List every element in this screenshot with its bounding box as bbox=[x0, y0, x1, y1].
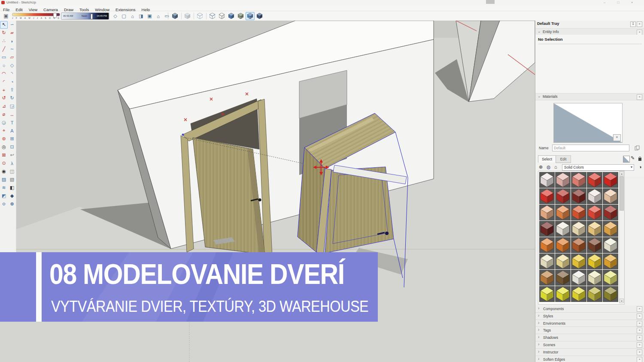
tray-section-tags[interactable]: ›Tags× bbox=[535, 327, 644, 334]
make-component-tool[interactable]: ↻ bbox=[0, 29, 8, 37]
close-icon[interactable]: × bbox=[637, 94, 642, 100]
color-swatch[interactable] bbox=[555, 188, 571, 204]
chevron-right-icon[interactable]: › bbox=[538, 320, 539, 325]
paint-material-tool[interactable]: ◧ bbox=[8, 184, 16, 192]
color-swatch[interactable] bbox=[587, 253, 602, 269]
follow-me-tool[interactable]: ↻ bbox=[8, 94, 16, 102]
chevron-down-icon[interactable]: ⌄ bbox=[538, 94, 541, 98]
color-swatch[interactable] bbox=[555, 172, 571, 188]
position-camera-tool[interactable]: ⊙ bbox=[0, 160, 8, 167]
color-swatch[interactable] bbox=[603, 172, 618, 188]
pan-tool[interactable]: ⊞ bbox=[8, 135, 16, 143]
tray-section-scenes[interactable]: ›Scenes× bbox=[535, 341, 644, 349]
details-pane-icon[interactable]: ◑ bbox=[639, 164, 642, 169]
top-view-icon[interactable]: ▢ bbox=[120, 12, 128, 20]
monochrome-icon[interactable] bbox=[255, 12, 264, 20]
three-d-text-tool[interactable]: A bbox=[8, 127, 16, 135]
color-swatch[interactable] bbox=[571, 172, 586, 188]
close-icon[interactable]: × bbox=[637, 314, 642, 319]
color-swatch[interactable] bbox=[571, 205, 586, 220]
dimension-tool[interactable]: ↔ bbox=[8, 111, 16, 118]
display-shadows-icon[interactable] bbox=[170, 12, 179, 20]
color-swatch[interactable] bbox=[555, 253, 571, 269]
pie-tool[interactable]: ◔ bbox=[8, 78, 16, 86]
color-swatch[interactable] bbox=[539, 172, 555, 188]
previous-view-tool[interactable]: ↩ bbox=[8, 151, 16, 159]
color-swatch[interactable] bbox=[555, 205, 571, 220]
pin-icon[interactable]: ↧ bbox=[630, 21, 636, 27]
front-view-icon[interactable]: ⌂ bbox=[128, 12, 137, 20]
polygon-tool[interactable]: ◇ bbox=[8, 62, 16, 69]
orbit-tool[interactable]: ⊚ bbox=[0, 135, 8, 143]
color-swatch[interactable] bbox=[587, 221, 602, 237]
three-point-arc-tool[interactable]: ◜ bbox=[0, 78, 8, 86]
paint-bucket-tool[interactable]: ◗ bbox=[8, 37, 16, 45]
tab-select[interactable]: Select bbox=[538, 155, 556, 163]
chevron-right-icon[interactable]: › bbox=[538, 335, 539, 339]
color-swatch[interactable] bbox=[603, 270, 618, 286]
generate-texture-button[interactable]: + bbox=[613, 134, 621, 141]
lasso-select-tool[interactable]: ∽ bbox=[8, 21, 16, 29]
layers-tool[interactable]: ≋ bbox=[0, 184, 8, 192]
sample-paint-icon[interactable]: ✎ bbox=[631, 155, 635, 161]
protractor-tool[interactable]: ◶ bbox=[0, 119, 8, 127]
warehouse-tool[interactable]: ≎ bbox=[0, 200, 8, 208]
date-slider-track[interactable] bbox=[12, 13, 60, 16]
rotated-rectangle-tool[interactable]: ▱ bbox=[8, 54, 16, 61]
tray-section-styles[interactable]: ›Styles× bbox=[535, 313, 644, 320]
chevron-right-icon[interactable]: › bbox=[538, 349, 539, 354]
color-swatch[interactable] bbox=[555, 221, 571, 237]
styles-tool[interactable]: ◆ bbox=[8, 192, 16, 200]
scale-tool[interactable]: ⊿ bbox=[0, 103, 8, 110]
two-point-arc-tool[interactable]: ◝ bbox=[8, 70, 16, 78]
color-swatch[interactable] bbox=[603, 253, 618, 269]
chevron-right-icon[interactable]: › bbox=[538, 313, 539, 318]
active-material-swatch[interactable] bbox=[623, 156, 630, 163]
copy-icon[interactable] bbox=[635, 145, 640, 151]
move-tool[interactable]: + bbox=[0, 86, 8, 94]
arc-tool[interactable]: ◠ bbox=[0, 70, 8, 78]
back-edges-mode-tool[interactable]: ▧ bbox=[8, 176, 16, 184]
close-icon[interactable]: × bbox=[637, 342, 642, 348]
components-tool[interactable]: ◩ bbox=[0, 192, 8, 200]
color-swatch[interactable] bbox=[539, 205, 555, 220]
hidden-line-icon[interactable] bbox=[217, 12, 226, 20]
close-icon[interactable]: × bbox=[637, 306, 642, 312]
look-around-tool[interactable]: ◉ bbox=[0, 168, 8, 175]
add-collection-icon[interactable]: ⊕ bbox=[539, 164, 543, 170]
chevron-right-icon[interactable]: › bbox=[538, 327, 539, 332]
color-swatch[interactable] bbox=[539, 253, 555, 269]
tape-measure-tool[interactable]: ⌀ bbox=[0, 111, 8, 118]
x-ray-mode-tool[interactable]: ▨ bbox=[0, 176, 8, 184]
close-icon[interactable]: × bbox=[637, 357, 642, 362]
scrollbar[interactable]: ▴ ▾ bbox=[619, 171, 624, 303]
color-swatch[interactable] bbox=[555, 270, 571, 286]
freehand-tool[interactable]: ∼ bbox=[8, 45, 16, 53]
color-swatch[interactable] bbox=[587, 172, 602, 188]
color-swatch[interactable] bbox=[571, 237, 586, 253]
minimize-button[interactable]: – bbox=[600, 0, 609, 5]
zoom-extents-tool[interactable]: ⊠ bbox=[0, 151, 8, 159]
x-ray-icon[interactable] bbox=[183, 12, 192, 20]
extension-tool[interactable]: ⊕ bbox=[8, 200, 16, 208]
tray-section-instructor[interactable]: ›Instructor× bbox=[535, 349, 644, 356]
zoom-tool[interactable]: ◎ bbox=[0, 143, 8, 151]
tab-edit[interactable]: Edit bbox=[556, 155, 571, 163]
close-icon[interactable]: × bbox=[637, 350, 642, 355]
shadow-date-slider[interactable]: JFMAMJJASOND bbox=[12, 12, 59, 20]
color-swatch[interactable] bbox=[571, 270, 586, 286]
wireframe-icon[interactable] bbox=[208, 12, 217, 20]
shadow-time-slider[interactable]: 06:43 AM Noon 04:45 PM bbox=[61, 12, 109, 20]
material-name-input[interactable] bbox=[552, 145, 629, 151]
color-swatch[interactable] bbox=[587, 270, 602, 286]
home-icon[interactable]: ⌂ bbox=[554, 164, 557, 169]
text-tool[interactable]: T bbox=[8, 119, 16, 127]
time-slider-handle[interactable] bbox=[91, 14, 93, 19]
left-view-icon[interactable]: ⌂ bbox=[154, 12, 162, 20]
section-plane-tool[interactable]: ◫ bbox=[8, 168, 16, 175]
color-swatch[interactable] bbox=[571, 221, 586, 237]
maximize-button[interactable]: □ bbox=[614, 0, 623, 5]
close-icon[interactable]: × bbox=[637, 328, 642, 333]
color-swatch[interactable] bbox=[571, 286, 586, 302]
scroll-down-icon[interactable]: ▾ bbox=[620, 299, 624, 303]
